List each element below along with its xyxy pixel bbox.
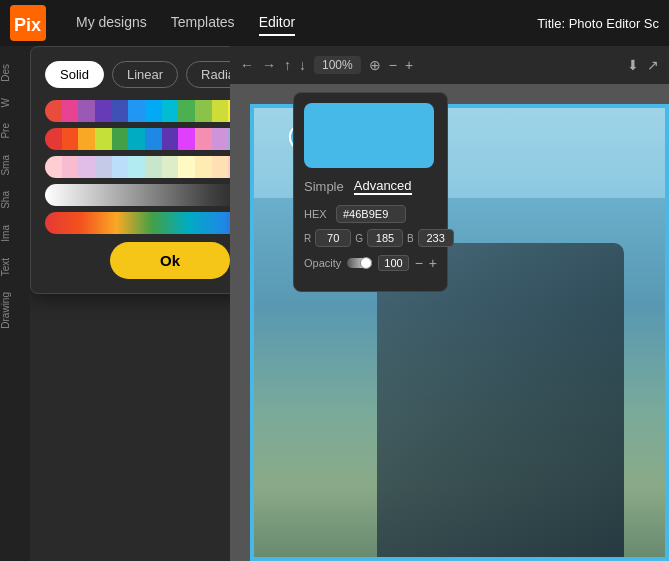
- mode-simple[interactable]: Simple: [304, 178, 344, 195]
- hex-row: HEX: [304, 205, 437, 223]
- zoom-out-icon[interactable]: −: [389, 57, 397, 73]
- swatch[interactable]: [195, 128, 212, 150]
- swatch[interactable]: [45, 156, 62, 178]
- swatch[interactable]: [228, 128, 230, 150]
- sidebar-item-w[interactable]: W: [0, 90, 30, 115]
- nav-templates[interactable]: Templates: [171, 10, 235, 36]
- opacity-slider[interactable]: [347, 258, 372, 268]
- swatch[interactable]: [112, 156, 129, 178]
- svg-text:Pix: Pix: [14, 15, 41, 35]
- left-sidebar: Des W Pre Sma Sha Ima Text Drawing: [0, 46, 30, 561]
- swatch[interactable]: [195, 100, 212, 122]
- swatch[interactable]: [62, 100, 79, 122]
- main-layout: Des W Pre Sma Sha Ima Text Drawing Solid…: [0, 46, 669, 561]
- swatch[interactable]: [162, 128, 179, 150]
- swatch[interactable]: [45, 128, 62, 150]
- sidebar-item-des[interactable]: Des: [0, 56, 30, 90]
- swatch[interactable]: [145, 156, 162, 178]
- swatch[interactable]: [195, 156, 212, 178]
- sidebar-item-sma[interactable]: Sma: [0, 147, 30, 184]
- sidebar-item-drawing[interactable]: Drawing: [0, 284, 30, 337]
- swatch[interactable]: [95, 156, 112, 178]
- ok-button[interactable]: Ok: [110, 242, 230, 279]
- color-details-panel: Simple Advanced HEX R G B Opacity 100 − …: [293, 92, 448, 292]
- swatch[interactable]: [212, 156, 229, 178]
- opacity-minus-button[interactable]: −: [415, 255, 423, 271]
- gradient-tabs: Solid Linear Radial: [45, 61, 230, 88]
- sidebar-item-sha[interactable]: Sha: [0, 183, 30, 217]
- swatch[interactable]: [112, 128, 129, 150]
- swatch[interactable]: [162, 100, 179, 122]
- tab-solid[interactable]: Solid: [45, 61, 104, 88]
- tab-linear[interactable]: Linear: [112, 61, 178, 88]
- tab-radial[interactable]: Radial: [186, 61, 230, 88]
- swatch-row-2: [45, 128, 230, 150]
- logo-icon: Pix: [10, 5, 46, 41]
- top-navigation: Pix My designs Templates Editor Title: P…: [0, 0, 669, 46]
- sidebar-item-pre[interactable]: Pre: [0, 115, 30, 147]
- swatch[interactable]: [95, 100, 112, 122]
- swatch[interactable]: [128, 100, 145, 122]
- swatch[interactable]: [78, 100, 95, 122]
- swatch[interactable]: [228, 156, 230, 178]
- swatch-row-1: [45, 100, 230, 122]
- r-label: R: [304, 233, 311, 244]
- swatch-section: [45, 100, 230, 234]
- mode-selector: Simple Advanced: [304, 178, 437, 195]
- title-value: Photo Editor Sc: [569, 16, 659, 31]
- swatch[interactable]: [145, 128, 162, 150]
- arrow-left-icon[interactable]: ←: [240, 57, 254, 73]
- nav-my-designs[interactable]: My designs: [76, 10, 147, 36]
- canvas-toolbar: ← → ↑ ↓ 100% ⊕ − + ⬇ ↗: [230, 46, 669, 84]
- swatch[interactable]: [145, 100, 162, 122]
- share-icon[interactable]: ↗: [647, 57, 659, 73]
- opacity-row: Opacity 100 − +: [304, 255, 437, 271]
- swatch[interactable]: [128, 156, 145, 178]
- sidebar-item-text[interactable]: Text: [0, 250, 30, 284]
- color-preview-box: [304, 103, 434, 168]
- opacity-value: 100: [378, 255, 408, 271]
- title-label: Title:: [537, 16, 565, 31]
- export-icon[interactable]: ⬇: [627, 57, 639, 73]
- zoom-fit-icon[interactable]: ⊕: [369, 57, 381, 73]
- opacity-label: Opacity: [304, 257, 341, 269]
- arrow-right-icon[interactable]: →: [262, 57, 276, 73]
- b-input[interactable]: [418, 229, 454, 247]
- swatch-row-5: [45, 212, 230, 234]
- r-input[interactable]: [315, 229, 351, 247]
- swatch[interactable]: [95, 128, 112, 150]
- zoom-in-icon[interactable]: +: [405, 57, 413, 73]
- swatch[interactable]: [45, 100, 62, 122]
- swatch[interactable]: [78, 156, 95, 178]
- rgb-row: R G B: [304, 229, 437, 247]
- swatch[interactable]: [128, 128, 145, 150]
- swatch[interactable]: [178, 156, 195, 178]
- color-picker-popup: Solid Linear Radial ×: [30, 46, 230, 294]
- swatch[interactable]: [112, 100, 129, 122]
- arrow-down-icon[interactable]: ↓: [299, 57, 306, 73]
- swatch[interactable]: [62, 128, 79, 150]
- swatch[interactable]: [178, 100, 195, 122]
- swatch[interactable]: [212, 100, 229, 122]
- sidebar-item-ima[interactable]: Ima: [0, 217, 30, 250]
- hex-label: HEX: [304, 208, 332, 220]
- opacity-plus-button[interactable]: +: [429, 255, 437, 271]
- nav-editor[interactable]: Editor: [259, 10, 296, 36]
- g-input[interactable]: [367, 229, 403, 247]
- arrow-up-icon[interactable]: ↑: [284, 57, 291, 73]
- swatch[interactable]: [228, 100, 230, 122]
- title-bar: Title: Photo Editor Sc: [537, 16, 659, 31]
- mode-advanced[interactable]: Advanced: [354, 178, 412, 195]
- swatch[interactable]: [162, 156, 179, 178]
- zoom-display: 100%: [314, 56, 361, 74]
- swatch-row-3: [45, 156, 230, 178]
- swatch-row-4: [45, 184, 230, 206]
- logo[interactable]: Pix: [10, 5, 46, 41]
- swatch[interactable]: [62, 156, 79, 178]
- swatch[interactable]: [178, 128, 195, 150]
- hex-input[interactable]: [336, 205, 406, 223]
- g-label: G: [355, 233, 363, 244]
- swatch[interactable]: [212, 128, 229, 150]
- swatch[interactable]: [78, 128, 95, 150]
- left-panel: Solid Linear Radial ×: [30, 46, 230, 561]
